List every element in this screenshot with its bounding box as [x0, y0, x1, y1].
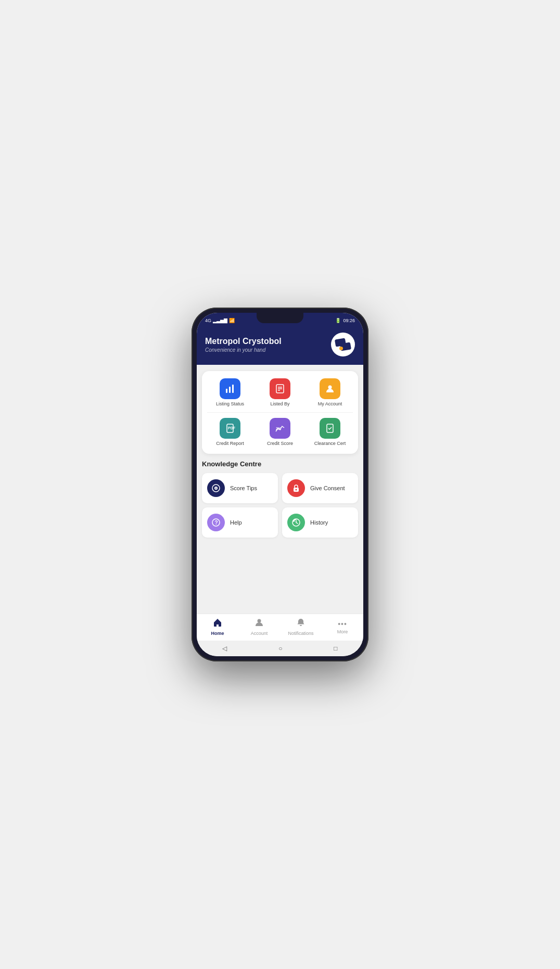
quick-item-clearance-cert[interactable]: Clearance Cert: [307, 418, 353, 447]
quick-access-card: Listing Status Listed By: [202, 371, 358, 454]
time-display: 09:26: [343, 318, 355, 323]
phone-screen: 4G ▂▃▅▇ 📶 🔋 09:26 Metropol Crystobol Con…: [197, 313, 363, 656]
signal-bars: ▂▃▅▇: [213, 318, 227, 323]
history-icon: [287, 514, 305, 531]
clearance-cert-icon: [320, 418, 340, 439]
phone-frame: 4G ▂▃▅▇ 📶 🔋 09:26 Metropol Crystobol Con…: [192, 308, 368, 661]
main-content: Listing Status Listed By: [197, 365, 363, 614]
score-tips-icon: [207, 479, 225, 497]
svg-point-16: [296, 489, 297, 490]
app-subtitle: Convenience in your hand: [205, 347, 282, 353]
quick-item-my-account[interactable]: My Account: [307, 378, 353, 407]
svg-point-7: [328, 386, 332, 389]
my-account-icon: [320, 378, 340, 399]
help-icon: ?: [207, 514, 225, 531]
logo-shape: [335, 339, 351, 350]
give-consent-icon: [287, 479, 305, 497]
listed-by-icon: [270, 378, 290, 399]
home-gesture: ○: [278, 645, 282, 652]
app-title: Metropol Crystobol: [205, 337, 282, 346]
quick-item-credit-report[interactable]: PDF Credit Report: [207, 418, 253, 447]
nav-item-more[interactable]: ••• More: [322, 620, 363, 634]
help-label: Help: [230, 519, 242, 526]
more-nav-icon: •••: [338, 620, 347, 628]
svg-rect-1: [229, 387, 231, 393]
card-divider: [207, 412, 353, 413]
kc-item-give-consent[interactable]: Give Consent: [282, 473, 358, 503]
wifi-icon: 📶: [229, 318, 235, 323]
quick-item-credit-score[interactable]: 2K Credit Score: [257, 418, 303, 447]
knowledge-centre-grid: Score Tips Give Consent: [202, 473, 358, 538]
content-spacer: [197, 538, 363, 614]
nav-item-notifications[interactable]: Notifications: [280, 618, 322, 636]
quick-item-listing-status[interactable]: Listing Status: [207, 378, 253, 407]
status-left: 4G ▂▃▅▇ 📶: [205, 318, 235, 323]
nav-item-account[interactable]: Account: [238, 618, 280, 636]
app-logo: [331, 333, 355, 356]
kc-item-score-tips[interactable]: Score Tips: [202, 473, 278, 503]
battery-icon: 🔋: [335, 318, 341, 323]
my-account-label: My Account: [318, 401, 342, 407]
notifications-nav-icon: [296, 618, 306, 630]
back-gesture: ◁: [222, 645, 227, 652]
signal-icon: 4G: [205, 318, 211, 323]
app-header: Metropol Crystobol Convenience in your h…: [197, 327, 363, 365]
home-nav-label: Home: [211, 631, 224, 636]
more-nav-label: More: [337, 629, 348, 634]
nav-item-home[interactable]: Home: [197, 618, 238, 636]
credit-report-icon: PDF: [220, 418, 240, 439]
quick-grid-top: Listing Status Listed By: [207, 378, 353, 407]
give-consent-label: Give Consent: [310, 485, 345, 491]
recents-gesture: □: [334, 645, 337, 652]
quick-grid-bottom: PDF Credit Report 2K Credit Score: [207, 418, 353, 447]
svg-rect-2: [232, 385, 234, 393]
quick-item-listed-by[interactable]: Listed By: [257, 378, 303, 407]
gesture-bar: ◁ ○ □: [197, 641, 363, 656]
history-label: History: [310, 519, 328, 526]
header-text: Metropol Crystobol Convenience in your h…: [205, 337, 282, 353]
status-right: 🔋 09:26: [335, 318, 355, 323]
svg-text:?: ?: [215, 520, 218, 526]
listing-status-icon: [220, 378, 240, 399]
home-nav-icon: [213, 618, 222, 630]
clearance-cert-label: Clearance Cert: [314, 441, 346, 447]
knowledge-centre-section: Knowledge Centre Score Tips: [197, 454, 363, 538]
score-tips-label: Score Tips: [230, 485, 257, 491]
bottom-navigation: Home Account Notificat: [197, 614, 363, 641]
notifications-nav-label: Notifications: [288, 631, 313, 636]
credit-score-icon: 2K: [270, 418, 290, 439]
account-nav-icon: [254, 618, 264, 630]
notch: [257, 313, 303, 323]
listed-by-label: Listed By: [270, 401, 289, 407]
svg-rect-0: [226, 389, 227, 393]
kc-item-history[interactable]: History: [282, 507, 358, 538]
svg-point-14: [215, 488, 217, 489]
kc-item-help[interactable]: ? Help: [202, 507, 278, 538]
credit-score-label: Credit Score: [267, 441, 293, 447]
credit-report-label: Credit Report: [216, 441, 244, 447]
knowledge-centre-title: Knowledge Centre: [202, 460, 358, 468]
svg-text:PDF: PDF: [228, 426, 235, 430]
account-nav-label: Account: [251, 631, 268, 636]
listing-status-label: Listing Status: [216, 401, 244, 407]
svg-point-21: [258, 619, 261, 623]
